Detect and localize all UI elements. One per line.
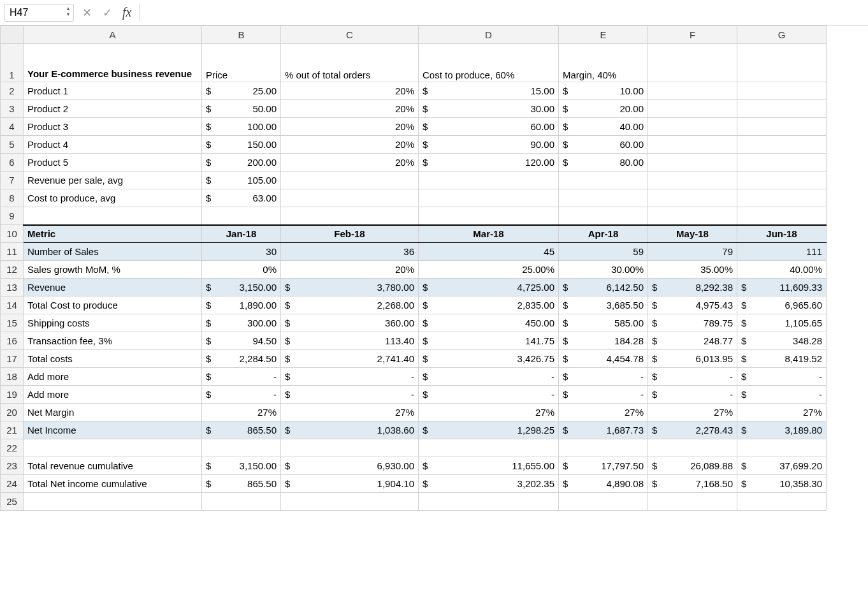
row-header-4[interactable]: 4: [1, 118, 24, 136]
metric-label[interactable]: Shipping costs: [24, 314, 202, 332]
metric-value[interactable]: 27%: [559, 404, 648, 421]
metric-value[interactable]: $11,609.33: [737, 279, 827, 296]
cell[interactable]: [737, 439, 827, 457]
cell[interactable]: [419, 493, 559, 511]
metric-value[interactable]: 79: [648, 243, 737, 261]
metric-value[interactable]: $-: [648, 368, 737, 386]
metric-value[interactable]: 30: [202, 243, 281, 261]
cumulative-value[interactable]: $11,655.00: [419, 457, 559, 475]
metric-value[interactable]: $300.00: [202, 314, 281, 332]
metric-value[interactable]: $360.00: [281, 314, 419, 332]
cell[interactable]: [202, 207, 281, 225]
cell[interactable]: [648, 207, 737, 225]
metric-label[interactable]: Net Margin: [24, 404, 202, 421]
metric-value[interactable]: $585.00: [559, 314, 648, 332]
cumulative-value[interactable]: $10,358.30: [737, 475, 827, 493]
metric-value[interactable]: $1,038.60: [281, 421, 419, 439]
cumulative-label[interactable]: Total revenue cumulative: [24, 457, 202, 475]
metric-label[interactable]: Revenue: [24, 279, 202, 296]
chevron-up-icon[interactable]: ▲: [66, 6, 71, 11]
metric-value[interactable]: $248.77: [648, 332, 737, 350]
cumulative-value[interactable]: $3,202.35: [419, 475, 559, 493]
row-header-6[interactable]: 6: [1, 154, 24, 172]
metric-value[interactable]: $2,741.40: [281, 350, 419, 368]
row-header-21[interactable]: 21: [1, 421, 24, 439]
cell[interactable]: [202, 493, 281, 511]
row-header-19[interactable]: 19: [1, 386, 24, 404]
metric-value[interactable]: $-: [202, 368, 281, 386]
metric-value[interactable]: 36: [281, 243, 419, 261]
cell[interactable]: [737, 118, 827, 136]
row-header-11[interactable]: 11: [1, 243, 24, 261]
metric-value[interactable]: 25.00%: [419, 261, 559, 279]
row-header-17[interactable]: 17: [1, 350, 24, 368]
cell[interactable]: [281, 172, 419, 189]
hdr-cost[interactable]: Cost to produce, 60%: [419, 44, 559, 82]
product-pct[interactable]: 20%: [281, 154, 419, 172]
cumulative-label[interactable]: Total Net income cumulative: [24, 475, 202, 493]
cell[interactable]: [648, 493, 737, 511]
metric-value[interactable]: $1,890.00: [202, 296, 281, 314]
row-header-10[interactable]: 10: [1, 225, 24, 243]
metric-value[interactable]: 27%: [648, 404, 737, 421]
cell[interactable]: [24, 493, 202, 511]
cell[interactable]: [648, 44, 737, 82]
cell[interactable]: [648, 172, 737, 189]
metric-value[interactable]: $-: [737, 368, 827, 386]
metric-value[interactable]: 27%: [737, 404, 827, 421]
cell[interactable]: [648, 118, 737, 136]
row-header-1[interactable]: 1: [1, 44, 24, 82]
metric-value[interactable]: 27%: [419, 404, 559, 421]
cell[interactable]: [281, 493, 419, 511]
cell[interactable]: [281, 439, 419, 457]
cell[interactable]: [648, 136, 737, 154]
metric-value[interactable]: $3,780.00: [281, 279, 419, 296]
metric-value[interactable]: $2,284.50: [202, 350, 281, 368]
cell[interactable]: [648, 100, 737, 118]
cumulative-value[interactable]: $865.50: [202, 475, 281, 493]
row-header-25[interactable]: 25: [1, 493, 24, 511]
col-header-A[interactable]: A: [24, 26, 202, 44]
avg-label[interactable]: Cost to produce, avg: [24, 189, 202, 207]
metric-value[interactable]: $1,298.25: [419, 421, 559, 439]
metric-label[interactable]: Total costs: [24, 350, 202, 368]
cell[interactable]: [419, 439, 559, 457]
metric-value[interactable]: $450.00: [419, 314, 559, 332]
metric-value[interactable]: $6,965.60: [737, 296, 827, 314]
product-price[interactable]: $50.00: [202, 100, 281, 118]
cell[interactable]: [737, 207, 827, 225]
metric-value[interactable]: $8,292.38: [648, 279, 737, 296]
cumulative-value[interactable]: $37,699.20: [737, 457, 827, 475]
metric-value[interactable]: 27%: [281, 404, 419, 421]
metric-value[interactable]: $94.50: [202, 332, 281, 350]
product-name[interactable]: Product 2: [24, 100, 202, 118]
formula-input[interactable]: [139, 4, 864, 22]
row-header-8[interactable]: 8: [1, 189, 24, 207]
col-header-G[interactable]: G: [737, 26, 827, 44]
metric-value[interactable]: $1,105.65: [737, 314, 827, 332]
metric-value[interactable]: $184.28: [559, 332, 648, 350]
cell[interactable]: [559, 207, 648, 225]
month-header[interactable]: Mar-18: [419, 225, 559, 243]
row-header-13[interactable]: 13: [1, 279, 24, 296]
metric-value[interactable]: $6,142.50: [559, 279, 648, 296]
cell[interactable]: [559, 493, 648, 511]
cell[interactable]: [24, 439, 202, 457]
metric-value[interactable]: $-: [737, 386, 827, 404]
cell[interactable]: [737, 44, 827, 82]
product-cost[interactable]: $15.00: [419, 82, 559, 100]
product-pct[interactable]: 20%: [281, 82, 419, 100]
metric-value[interactable]: $3,685.50: [559, 296, 648, 314]
product-name[interactable]: Product 1: [24, 82, 202, 100]
row-header-3[interactable]: 3: [1, 100, 24, 118]
cancel-icon[interactable]: ✕: [79, 6, 94, 20]
cell[interactable]: [737, 172, 827, 189]
metric-value[interactable]: 45: [419, 243, 559, 261]
metric-value[interactable]: $3,189.80: [737, 421, 827, 439]
metric-label[interactable]: Add more: [24, 368, 202, 386]
cumulative-value[interactable]: $1,904.10: [281, 475, 419, 493]
metric-value[interactable]: $-: [419, 386, 559, 404]
metric-label[interactable]: Number of Sales: [24, 243, 202, 261]
hdr-margin[interactable]: Margin, 40%: [559, 44, 648, 82]
metric-value[interactable]: $141.75: [419, 332, 559, 350]
